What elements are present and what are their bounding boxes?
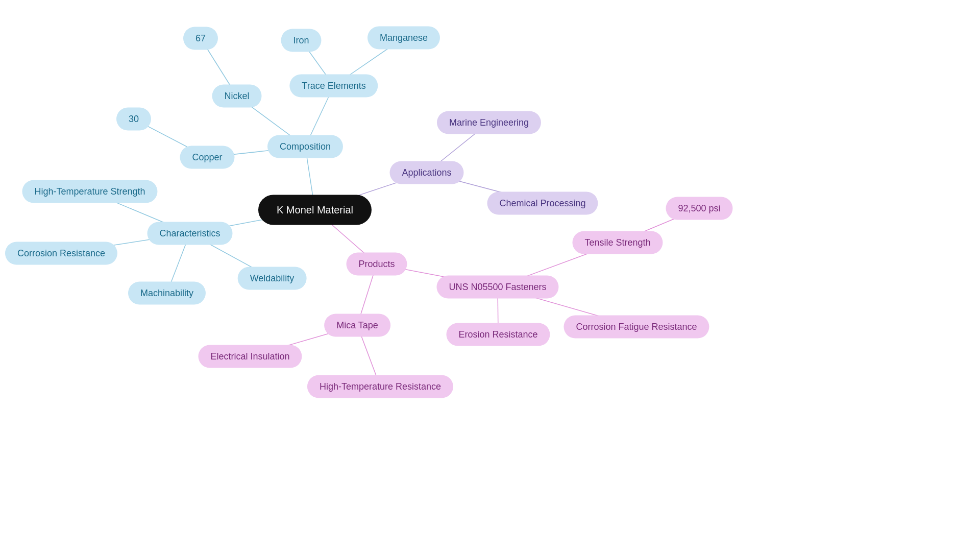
manganese-node: Manganese (368, 27, 440, 50)
high-temp-resistance-node: High-Temperature Resistance (307, 375, 453, 398)
iron-node: Iron (281, 29, 321, 52)
applications-node: Applications (389, 161, 463, 184)
chemical-processing-node: Chemical Processing (487, 192, 598, 215)
nickel-node: Nickel (212, 85, 261, 108)
psi-node: 92,500 psi (666, 197, 732, 220)
center-node: K Monel Material (258, 195, 372, 225)
machinability-node: Machinability (128, 282, 206, 305)
composition-node: Composition (267, 135, 343, 158)
erosion-resistance-node: Erosion Resistance (446, 323, 550, 346)
high-temp-strength-node: High-Temperature Strength (22, 180, 157, 203)
weldability-node: Weldability (238, 267, 307, 290)
n30-node: 30 (116, 108, 151, 131)
products-node: Products (346, 253, 407, 276)
n67-node: 67 (183, 27, 218, 50)
copper-node: Copper (180, 146, 234, 169)
marine-engineering-node: Marine Engineering (437, 111, 541, 134)
uns-n05500-node: UNS N05500 Fasteners (436, 276, 558, 299)
corrosion-resistance-node: Corrosion Resistance (5, 242, 117, 265)
mica-tape-node: Mica Tape (324, 314, 390, 337)
tensile-strength-node: Tensile Strength (572, 231, 663, 254)
characteristics-node: Characteristics (147, 222, 232, 245)
trace-elements-node: Trace Elements (289, 75, 378, 98)
electrical-insulation-node: Electrical Insulation (198, 345, 302, 368)
corrosion-fatigue-node: Corrosion Fatigue Resistance (564, 316, 709, 339)
